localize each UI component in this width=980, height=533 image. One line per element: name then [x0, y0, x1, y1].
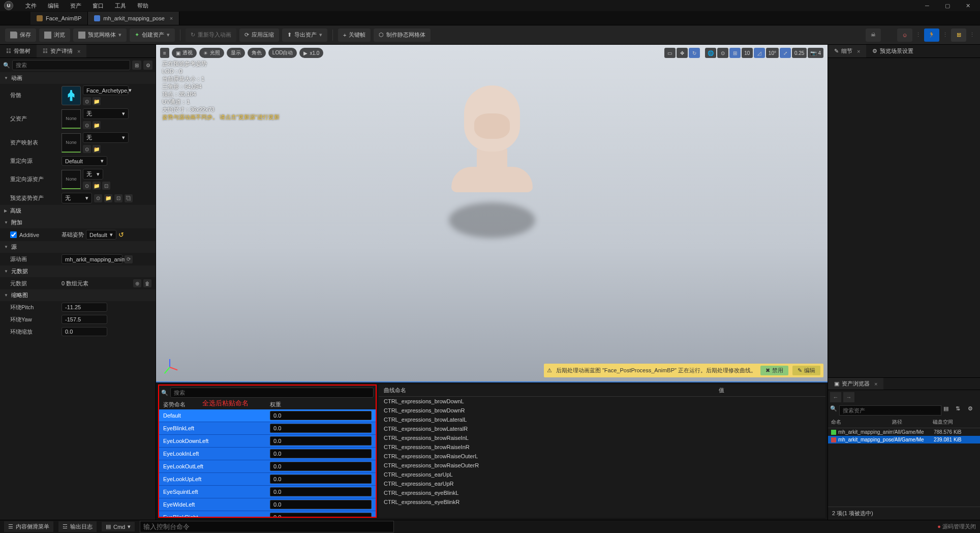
window-min[interactable]: ─ — [919, 3, 935, 9]
lod-button[interactable]: LOD自动 — [268, 48, 297, 58]
section-anim[interactable]: ▼动画 — [0, 72, 156, 84]
perspective-button[interactable]: ▣透视 — [172, 48, 197, 58]
camera-speed[interactable]: 📷4 — [808, 48, 823, 58]
show-button[interactable]: 显示 — [227, 48, 245, 58]
reimport-button[interactable]: ↻重新导入动画 — [186, 28, 236, 42]
pose-weight[interactable]: 0.0 — [270, 487, 372, 496]
export-asset-button[interactable]: ⬆导出资产▾ — [282, 28, 327, 42]
console-input[interactable] — [140, 521, 394, 532]
edit-button[interactable]: ✎编辑 — [792, 366, 820, 375]
asset-search[interactable] — [839, 405, 941, 416]
pitch-input[interactable] — [62, 303, 107, 312]
trash-icon[interactable]: 🗑 — [143, 279, 151, 287]
apply-compression-button[interactable]: ⟳应用压缩 — [239, 28, 279, 42]
curve-row[interactable]: CTRL_expressions_browLateralR — [379, 424, 825, 433]
viewport[interactable]: ≡ ▣透视 ☀光照 显示 角色 LOD自动 ▶x1.0 ▭ ✥ ↻ 🌐 ⊙ ⊞ … — [156, 45, 828, 382]
grid-snap[interactable]: ⊞ — [729, 48, 741, 58]
skeleton-dropdown[interactable]: Face_Archetype,▾ — [83, 85, 129, 95]
col-size[interactable]: 磁盘空间 — [933, 419, 977, 426]
window-close[interactable]: ✕ — [960, 3, 976, 9]
nav-fwd[interactable]: → — [843, 392, 854, 402]
browse-icon[interactable]: 📁 — [93, 97, 101, 105]
section-source[interactable]: ▼源 — [0, 241, 156, 253]
pose-row[interactable]: EyeWideLeft0.0 — [159, 498, 376, 511]
pose-weight[interactable]: 0.0 — [270, 411, 372, 420]
retarget-asset-dropdown[interactable]: 无▾ — [83, 169, 103, 180]
pose-row[interactable]: Default0.0 — [159, 409, 376, 422]
use-icon[interactable]: ⊙ — [83, 121, 91, 129]
browse-icon[interactable]: 📁 — [93, 121, 101, 129]
mode-mesh[interactable]: ☺ — [897, 28, 912, 42]
close-icon[interactable]: × — [77, 48, 80, 54]
curve-row[interactable]: CTRL_expressions_browRaiseOuterL — [379, 452, 825, 461]
pose-weight[interactable]: 0.0 — [270, 436, 372, 446]
menu-help[interactable]: 帮助 — [132, 1, 154, 11]
surface-snap[interactable]: ⊙ — [717, 48, 728, 58]
nav-back[interactable]: ← — [830, 392, 841, 402]
settings-icon[interactable]: ⚙ — [968, 405, 978, 416]
assetmap-dropdown[interactable]: 无▾ — [83, 132, 129, 143]
source-control[interactable]: ● 源码管理关闭 — [937, 523, 976, 530]
create-asset-button[interactable]: ✦创建资产▾ — [130, 28, 175, 42]
tab-details-right[interactable]: ✎细节× — [828, 45, 866, 57]
window-max[interactable]: ▢ — [939, 3, 956, 9]
lit-button[interactable]: ☀光照 — [199, 48, 224, 58]
parent-thumb[interactable]: None — [62, 109, 81, 129]
close-icon[interactable]: × — [857, 48, 860, 54]
curve-row[interactable]: CTRL_expressions_browRaiseInR — [379, 442, 825, 452]
section-thumb[interactable]: ▼缩略图 — [0, 289, 156, 301]
world-space[interactable]: 🌐 — [705, 48, 716, 58]
mode-skeleton[interactable]: ☠ — [866, 28, 881, 42]
additive-checkbox[interactable] — [10, 231, 17, 238]
keyframe-button[interactable]: +关键帧 — [338, 28, 371, 42]
pose-row[interactable]: EyeBlinkLeft0.0 — [159, 422, 376, 435]
tab-face-animbp[interactable]: Face_AnimBP — [30, 12, 88, 25]
srcanim-dropdown[interactable]: mh_arkit_mapping_anim▾ — [62, 254, 122, 264]
curve-row[interactable]: CTRL_expressions_browRaiseInL — [379, 433, 825, 442]
rotate-mode[interactable]: ↻ — [689, 48, 700, 58]
tab-preview-scene[interactable]: ⚙预览场景设置 — [866, 45, 920, 57]
skeleton-thumb[interactable] — [62, 86, 81, 105]
close-icon[interactable]: × — [874, 381, 877, 387]
curve-row[interactable]: CTRL_expressions_browDownL — [379, 397, 825, 406]
speed-button[interactable]: ▶x1.0 — [299, 48, 323, 58]
menu-asset[interactable]: 资产 — [65, 1, 86, 11]
retarget-asset-thumb[interactable]: None — [62, 170, 81, 189]
filter2-icon[interactable]: ⇅ — [956, 405, 966, 416]
curve-row[interactable]: CTRL_expressions_earUpL — [379, 470, 825, 479]
preview-pose-dropdown[interactable]: 无▾ — [62, 193, 92, 203]
base-pose-dropdown[interactable]: Default▾ — [86, 230, 116, 240]
pose-weight[interactable]: 0.0 — [270, 513, 372, 517]
angle-snap-val[interactable]: 10° — [766, 48, 779, 58]
pose-weight[interactable]: 0.0 — [270, 500, 372, 509]
tab-mapping-pose[interactable]: mh_arkit_mapping_pose × — [88, 12, 179, 25]
details-search[interactable] — [12, 60, 130, 70]
pose-row[interactable]: EyeBlinkRight0.0 — [159, 511, 376, 517]
curve-row[interactable]: CTRL_expressions_browRaiseOuterR — [379, 461, 825, 470]
pose-row[interactable]: EyeLookInLeft0.0 — [159, 448, 376, 460]
reset-icon[interactable]: ↺ — [118, 231, 124, 239]
output-log[interactable]: ☲输出日志 — [58, 521, 97, 532]
pose-row[interactable]: EyeSquintLeft0.0 — [159, 486, 376, 498]
browse-button[interactable]: 浏览 — [39, 28, 70, 42]
curve-row[interactable]: CTRL_expressions_browDownR — [379, 406, 825, 415]
select-mode[interactable]: ▭ — [664, 48, 676, 58]
section-additive[interactable]: ▼附加 — [0, 217, 156, 228]
view-grid-icon[interactable]: ⊞ — [132, 61, 141, 70]
make-static-button[interactable]: ⬡制作静态网格体 — [374, 28, 431, 42]
menu-window[interactable]: 窗口 — [87, 1, 109, 11]
viewport-menu[interactable]: ≡ — [160, 48, 169, 58]
menu-file[interactable]: 文件 — [20, 1, 42, 11]
mode-anim[interactable]: 🏃 — [924, 28, 939, 42]
menu-edit[interactable]: 编辑 — [43, 1, 64, 11]
retarget-dropdown[interactable]: Default▾ — [62, 156, 107, 166]
close-icon[interactable]: × — [170, 15, 173, 21]
pose-row[interactable]: EyeLookDownLeft0.0 — [159, 435, 376, 448]
tab-skeleton-tree[interactable]: ☷骨骼树 — [0, 45, 37, 57]
yaw-input[interactable] — [62, 315, 107, 324]
add-icon[interactable]: ⊕ — [133, 279, 141, 287]
poses-search[interactable] — [170, 388, 374, 398]
curve-row[interactable]: CTRL_expressions_eyeBlinkL — [379, 488, 825, 497]
char-button[interactable]: 角色 — [248, 48, 266, 58]
parent-dropdown[interactable]: 无▾ — [83, 108, 129, 119]
